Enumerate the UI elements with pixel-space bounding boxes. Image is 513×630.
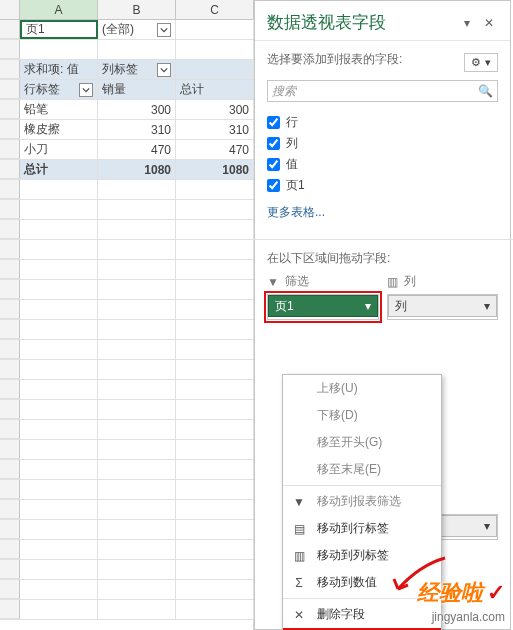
menu-to-cols[interactable]: ▥ 移动到列标签 xyxy=(283,542,441,569)
cell[interactable] xyxy=(98,280,176,299)
cell[interactable] xyxy=(98,560,176,579)
grand-val[interactable]: 1080 xyxy=(98,160,176,179)
cell[interactable] xyxy=(20,40,98,59)
row-header[interactable] xyxy=(0,540,20,559)
cell[interactable] xyxy=(20,600,98,619)
row-header[interactable] xyxy=(0,460,20,479)
menu-move-down[interactable]: 下移(D) xyxy=(283,402,441,429)
cell[interactable] xyxy=(176,500,254,519)
row-header[interactable] xyxy=(0,400,20,419)
cell[interactable] xyxy=(176,200,254,219)
data-row-total[interactable]: 300 xyxy=(176,100,254,119)
cell[interactable] xyxy=(20,200,98,219)
row-header[interactable] xyxy=(0,20,20,39)
page-dropdown-icon[interactable] xyxy=(157,23,171,37)
col-labels-header[interactable]: 列标签 xyxy=(98,60,176,79)
grand-total[interactable]: 1080 xyxy=(176,160,254,179)
cell[interactable] xyxy=(176,520,254,539)
menu-move-up[interactable]: 上移(U) xyxy=(283,375,441,402)
row-header[interactable] xyxy=(0,280,20,299)
col-header-b[interactable]: B xyxy=(98,0,176,19)
cell[interactable] xyxy=(98,340,176,359)
row-header[interactable] xyxy=(0,180,20,199)
field-checkbox[interactable] xyxy=(267,116,280,129)
row-header[interactable] xyxy=(0,380,20,399)
row-header[interactable] xyxy=(0,440,20,459)
select-all-corner[interactable] xyxy=(0,0,20,19)
row-header[interactable] xyxy=(0,520,20,539)
cell[interactable] xyxy=(176,440,254,459)
cell[interactable] xyxy=(20,220,98,239)
data-row-val[interactable]: 470 xyxy=(98,140,176,159)
row-header[interactable] xyxy=(0,200,20,219)
row-header[interactable] xyxy=(0,220,20,239)
cell[interactable] xyxy=(20,540,98,559)
cell[interactable] xyxy=(176,560,254,579)
cell-empty[interactable] xyxy=(176,20,254,39)
cell[interactable] xyxy=(176,580,254,599)
cell[interactable] xyxy=(176,540,254,559)
cell[interactable] xyxy=(98,260,176,279)
menu-move-begin[interactable]: 移至开头(G) xyxy=(283,429,441,456)
cell[interactable] xyxy=(176,220,254,239)
cell[interactable] xyxy=(98,600,176,619)
cell[interactable] xyxy=(20,520,98,539)
area-filter-well[interactable]: 页1 ▾ xyxy=(267,294,379,320)
cell[interactable] xyxy=(20,360,98,379)
menu-remove-field[interactable]: ✕ 删除字段 xyxy=(283,601,441,628)
field-item-val[interactable]: 值 xyxy=(267,154,498,175)
cell[interactable] xyxy=(20,180,98,199)
cell[interactable] xyxy=(20,400,98,419)
cell[interactable] xyxy=(176,280,254,299)
cell[interactable] xyxy=(176,400,254,419)
field-checkbox[interactable] xyxy=(267,179,280,192)
row-header[interactable] xyxy=(0,340,20,359)
cell[interactable] xyxy=(176,240,254,259)
col-header-a[interactable]: A xyxy=(20,0,98,19)
cell[interactable] xyxy=(20,560,98,579)
menu-to-vals[interactable]: Σ 移动到数值 xyxy=(283,569,441,596)
row-labels-dropdown-icon[interactable] xyxy=(79,83,93,97)
cell[interactable] xyxy=(176,260,254,279)
data-row-val[interactable]: 310 xyxy=(98,120,176,139)
search-input[interactable]: 搜索 🔍 xyxy=(267,80,498,102)
cell[interactable] xyxy=(20,580,98,599)
col-header-c[interactable]: C xyxy=(176,0,254,19)
cell[interactable] xyxy=(20,440,98,459)
row-header[interactable] xyxy=(0,320,20,339)
menu-to-rows[interactable]: ▤ 移动到行标签 xyxy=(283,515,441,542)
row-header[interactable] xyxy=(0,300,20,319)
cell[interactable] xyxy=(176,40,254,59)
col-labels-dropdown-icon[interactable] xyxy=(157,63,171,77)
value-header[interactable]: 求和项: 值 xyxy=(20,60,98,79)
pane-close-icon[interactable]: ✕ xyxy=(480,16,498,30)
cell[interactable] xyxy=(20,320,98,339)
row-header[interactable] xyxy=(0,80,20,99)
row-labels-header[interactable]: 行标签 xyxy=(20,80,98,99)
grand-col-header[interactable]: 总计 xyxy=(176,80,254,99)
cell[interactable] xyxy=(98,320,176,339)
more-tables-link[interactable]: 更多表格... xyxy=(267,204,498,221)
row-header[interactable] xyxy=(0,100,20,119)
cell[interactable] xyxy=(176,460,254,479)
cell[interactable] xyxy=(176,360,254,379)
data-col-header[interactable]: 销量 xyxy=(98,80,176,99)
cell[interactable] xyxy=(176,480,254,499)
data-row-val[interactable]: 300 xyxy=(98,100,176,119)
cell[interactable] xyxy=(98,540,176,559)
cell[interactable] xyxy=(98,480,176,499)
cell-page-value[interactable]: (全部) xyxy=(98,20,176,39)
cell[interactable] xyxy=(98,360,176,379)
cell[interactable] xyxy=(20,240,98,259)
menu-move-end[interactable]: 移至末尾(E) xyxy=(283,456,441,483)
cell[interactable] xyxy=(20,500,98,519)
row-header[interactable] xyxy=(0,120,20,139)
row-header[interactable] xyxy=(0,560,20,579)
cell[interactable] xyxy=(176,340,254,359)
field-item-col[interactable]: 列 xyxy=(267,133,498,154)
pane-layout-button[interactable]: ⚙ ▾ xyxy=(464,53,498,72)
data-row-label[interactable]: 铅笔 xyxy=(20,100,98,119)
field-checkbox[interactable] xyxy=(267,158,280,171)
cell[interactable] xyxy=(98,180,176,199)
cell[interactable] xyxy=(176,600,254,619)
